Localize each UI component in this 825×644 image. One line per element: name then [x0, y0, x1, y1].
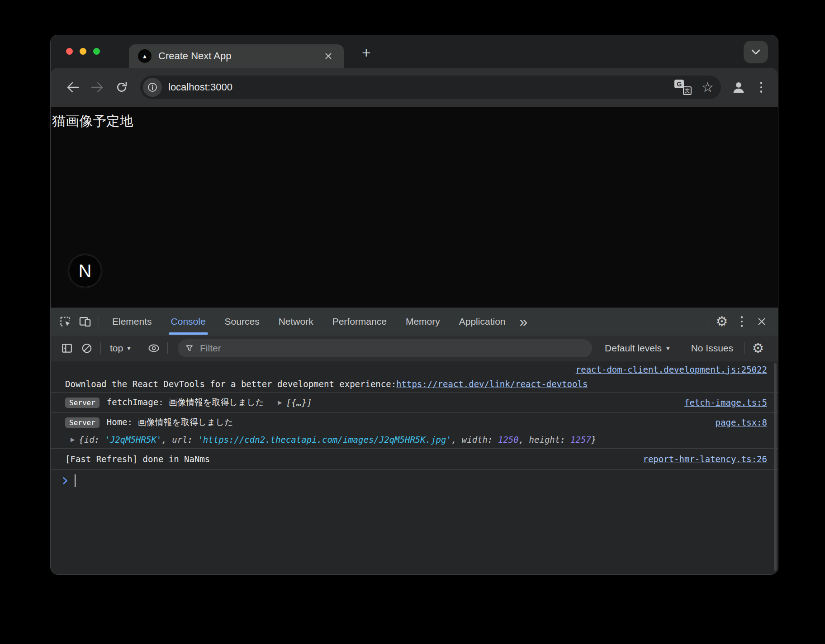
translate-button[interactable]: G 文: [674, 80, 692, 95]
browser-window: ▲ Create Next App +: [51, 35, 778, 574]
gear-icon: ⚙: [752, 341, 764, 355]
console-messages: react-dom-client.development.js:25022 Do…: [51, 361, 778, 574]
inspect-element-button[interactable]: [55, 312, 75, 331]
source-link[interactable]: report-hmr-latency.ts:26: [632, 454, 767, 464]
server-badge: Server: [65, 398, 100, 408]
caret-down-icon: ▾: [127, 344, 131, 352]
console-entry: react-dom-client.development.js:25022 Do…: [51, 361, 778, 393]
tab-network[interactable]: Network: [269, 308, 323, 336]
page-viewport: 猫画像予定地 N: [51, 107, 778, 307]
console-toolbar: top ▾ Default levels ▾: [51, 336, 778, 361]
issues-counter[interactable]: No Issues: [684, 343, 740, 354]
tab-elements[interactable]: Elements: [103, 308, 161, 336]
person-icon: [731, 80, 746, 95]
console-settings-button[interactable]: ⚙: [748, 338, 768, 358]
profile-avatar[interactable]: [730, 79, 747, 96]
browser-toolbar: localhost:3000 G 文 ☆: [51, 68, 778, 107]
tab-performance[interactable]: Performance: [323, 308, 396, 336]
console-prompt[interactable]: [51, 470, 778, 492]
log-levels-selector[interactable]: Default levels ▾: [598, 343, 676, 354]
live-expression-button[interactable]: [144, 338, 164, 358]
source-link[interactable]: fetch-image.ts:5: [673, 398, 767, 407]
device-toolbar-icon: [79, 315, 91, 328]
back-arrow-icon: [66, 81, 80, 93]
back-button[interactable]: [65, 80, 81, 95]
minimize-window-button[interactable]: [80, 48, 86, 55]
devtools-close-button[interactable]: [752, 312, 772, 331]
tab-application[interactable]: Application: [450, 308, 515, 336]
prompt-chevron-icon: [62, 477, 68, 485]
browser-menu-button[interactable]: [754, 82, 768, 93]
sidebar-panel-icon: [61, 342, 73, 354]
react-devtools-link[interactable]: https://react.dev/link/react-devtools: [396, 379, 588, 389]
object-preview[interactable]: {id: 'J2qM5HR5K', url: 'https://cdn2.the…: [79, 435, 596, 445]
block-icon: [81, 342, 93, 354]
console-sidebar-button[interactable]: [57, 338, 77, 358]
console-message-text: Home: 画像情報を取得しました: [107, 417, 233, 428]
site-info-button[interactable]: [143, 78, 162, 97]
source-link[interactable]: react-dom-client.development.js:25022: [576, 365, 767, 374]
tab-sources[interactable]: Sources: [215, 308, 269, 336]
tab-memory[interactable]: Memory: [396, 308, 450, 336]
devtools-tabbar: Elements Console Sources Network Perform…: [51, 308, 778, 336]
clear-console-button[interactable]: [77, 338, 97, 358]
context-label: top: [110, 343, 123, 354]
expand-triangle-icon[interactable]: ▶: [71, 437, 75, 442]
console-entry: Server Home: 画像情報を取得しました page.tsx:8 ▶ {i…: [51, 413, 778, 449]
console-entry: [Fast Refresh] done in NaNms report-hmr-…: [51, 449, 778, 470]
url-text[interactable]: localhost:3000: [168, 81, 232, 93]
tab-title: Create Next App: [158, 50, 231, 62]
more-tabs-icon[interactable]: »: [515, 314, 532, 329]
new-tab-button[interactable]: +: [355, 41, 378, 64]
tab-search-button[interactable]: [744, 41, 768, 63]
reload-icon: [115, 81, 128, 94]
translate-g-icon: G: [674, 80, 684, 88]
console-scrollbar[interactable]: [774, 363, 777, 571]
tab-close-icon[interactable]: [322, 50, 335, 62]
traffic-lights: [66, 48, 100, 55]
levels-label: Default levels: [605, 343, 662, 354]
console-filter[interactable]: [178, 339, 592, 357]
filter-funnel-icon: [185, 344, 194, 353]
console-message-text: fetchImage: 画像情報を取得しました: [107, 397, 265, 408]
eye-icon: [147, 343, 160, 354]
tab-console[interactable]: Console: [161, 308, 215, 336]
reload-button[interactable]: [114, 80, 129, 95]
context-selector[interactable]: top ▾: [104, 343, 136, 354]
device-toolbar-button[interactable]: [75, 312, 95, 331]
omnibox[interactable]: localhost:3000 G 文 ☆: [140, 76, 721, 99]
expand-triangle-icon[interactable]: ▶: [278, 400, 282, 405]
filter-input[interactable]: [199, 342, 585, 354]
close-icon: [757, 317, 766, 326]
cat-image-placeholder-text: 猫画像予定地: [52, 112, 133, 131]
devtools-settings-button[interactable]: ⚙: [712, 312, 732, 331]
kebab-icon: [735, 316, 749, 327]
close-window-button[interactable]: [66, 48, 73, 55]
chevron-down-icon: [751, 49, 761, 55]
nextjs-favicon-icon: ▲: [138, 49, 152, 63]
object-array-preview[interactable]: [{…}]: [286, 398, 312, 407]
text-cursor: [75, 474, 76, 487]
translate-wen-icon: 文: [683, 86, 692, 95]
forward-button[interactable]: [90, 80, 105, 95]
devtools-panel: Elements Console Sources Network Perform…: [51, 307, 778, 574]
tab-strip: ▲ Create Next App +: [51, 35, 778, 68]
info-icon: [147, 82, 157, 92]
console-entry: Server fetchImage: 画像情報を取得しました ▶ [{…}] f…: [51, 393, 778, 413]
inspect-cursor-icon: [59, 315, 71, 328]
server-badge: Server: [65, 417, 100, 428]
forward-arrow-icon: [90, 81, 104, 93]
zoom-window-button[interactable]: [93, 48, 100, 55]
bookmark-star-icon[interactable]: ☆: [702, 80, 714, 94]
nextjs-devtools-badge[interactable]: N: [69, 255, 101, 287]
source-link[interactable]: page.tsx:8: [705, 417, 767, 427]
devtools-menu-button[interactable]: [732, 312, 752, 331]
caret-down-icon: ▾: [666, 344, 670, 352]
console-message-text: Download the React DevTools for a better…: [65, 379, 396, 389]
console-message-text: [Fast Refresh] done in NaNms: [65, 454, 210, 464]
browser-tab[interactable]: ▲ Create Next App: [129, 44, 344, 68]
gear-icon: ⚙: [716, 315, 728, 328]
